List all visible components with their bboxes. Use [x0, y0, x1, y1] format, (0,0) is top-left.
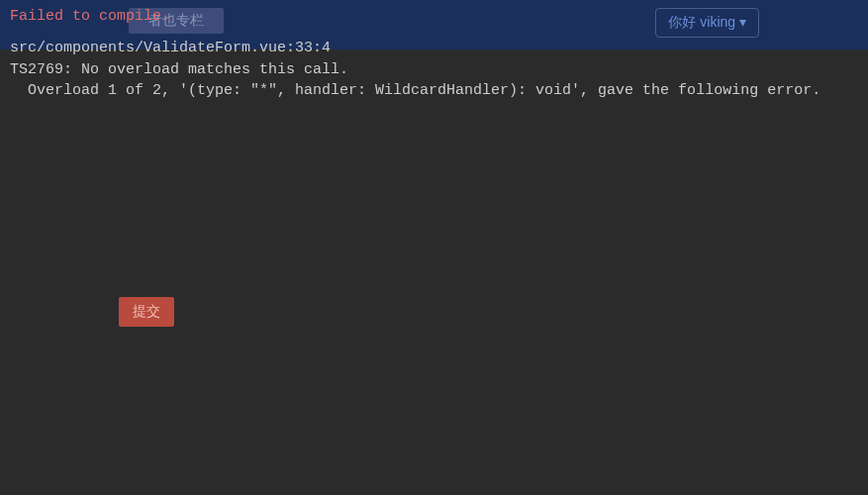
- error-location: src/components/ValidateForm.vue:33:4: [10, 38, 858, 59]
- error-message-body: No overload matches this call.: [81, 61, 348, 78]
- error-message: TS2769: No overload matches this call.: [10, 59, 858, 81]
- error-title: Failed to compile.: [10, 6, 858, 28]
- compile-error-overlay: Failed to compile. src/components/Valida…: [0, 0, 868, 112]
- error-message-line: Overload 1 of 2, '(type: "*", handler: W…: [10, 80, 858, 102]
- background-submit-button: 提交: [119, 297, 174, 327]
